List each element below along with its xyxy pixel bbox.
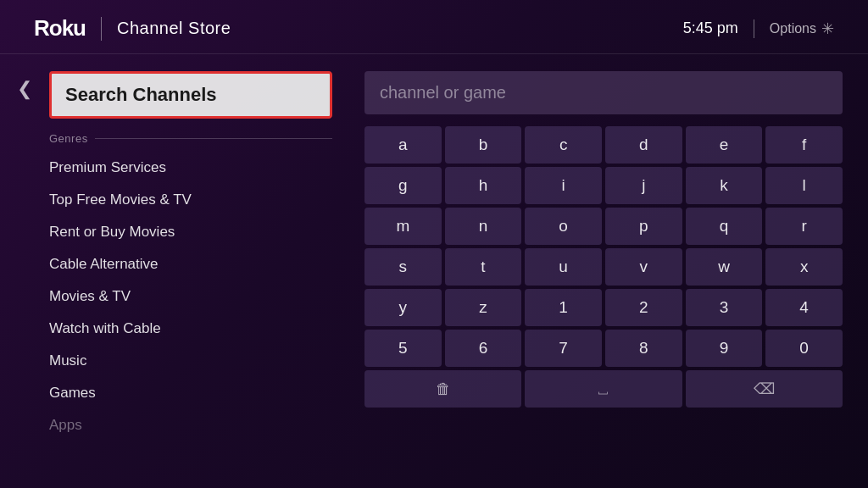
search-channels-box[interactable]: Search Channels	[49, 71, 332, 119]
key-4[interactable]: 4	[765, 289, 843, 326]
header-left: Roku Channel Store	[34, 15, 231, 42]
key-g[interactable]: g	[364, 167, 442, 204]
keyboard-grid: abcdefghijklmnopqrstuvwxyz1234567890🗑⎵⌫	[364, 126, 843, 408]
key-k[interactable]: k	[686, 167, 763, 204]
key-b[interactable]: b	[445, 126, 522, 164]
key-2[interactable]: 2	[605, 289, 682, 326]
key-m[interactable]: m	[364, 208, 442, 245]
key-8[interactable]: 8	[605, 330, 682, 367]
key-3[interactable]: 3	[686, 289, 763, 326]
delete-key[interactable]: 🗑	[364, 370, 521, 408]
menu-item[interactable]: Premium Services	[49, 152, 356, 184]
header-right: 5:45 pm Options ✳	[683, 19, 834, 38]
main-content: ❮ Search Channels Genres Premium Service…	[0, 54, 868, 487]
key-5[interactable]: 5	[364, 330, 442, 367]
key-x[interactable]: x	[765, 248, 843, 286]
key-c[interactable]: c	[525, 126, 602, 164]
key-y[interactable]: y	[364, 289, 442, 326]
key-n[interactable]: n	[445, 208, 522, 245]
key-q[interactable]: q	[686, 208, 763, 245]
header: Roku Channel Store 5:45 pm Options ✳	[0, 0, 868, 54]
menu-item[interactable]: Apps	[49, 409, 356, 441]
genres-menu-list: Premium ServicesTop Free Movies & TVRent…	[49, 152, 356, 441]
key-f[interactable]: f	[765, 126, 843, 164]
key-0[interactable]: 0	[765, 330, 843, 367]
channel-store-title: Channel Store	[117, 19, 231, 38]
menu-item[interactable]: Top Free Movies & TV	[49, 184, 356, 216]
key-s[interactable]: s	[364, 248, 442, 286]
key-a[interactable]: a	[364, 126, 442, 164]
menu-item[interactable]: Cable Alternative	[49, 248, 356, 280]
key-r[interactable]: r	[765, 208, 843, 245]
key-1[interactable]: 1	[525, 289, 602, 326]
backspace-key[interactable]: ⌫	[686, 370, 843, 408]
menu-item[interactable]: Rent or Buy Movies	[49, 216, 356, 248]
back-icon: ❮	[17, 78, 32, 99]
key-l[interactable]: l	[765, 167, 843, 204]
key-z[interactable]: z	[445, 289, 522, 326]
roku-logo: Roku	[34, 15, 86, 42]
key-7[interactable]: 7	[525, 330, 602, 367]
key-j[interactable]: j	[605, 167, 682, 204]
key-u[interactable]: u	[525, 248, 602, 286]
options-button[interactable]: Options ✳	[770, 19, 834, 38]
key-w[interactable]: w	[686, 248, 763, 286]
menu-item[interactable]: Music	[49, 345, 356, 377]
menu-item[interactable]: Watch with Cable	[49, 313, 356, 345]
key-6[interactable]: 6	[445, 330, 522, 367]
key-o[interactable]: o	[525, 208, 602, 245]
key-v[interactable]: v	[605, 248, 682, 286]
back-button[interactable]: ❮	[17, 78, 32, 100]
time-display: 5:45 pm	[683, 19, 738, 37]
key-e[interactable]: e	[686, 126, 763, 164]
key-t[interactable]: t	[445, 248, 522, 286]
keyboard-panel: channel or game abcdefghijklmnopqrstuvwx…	[356, 54, 868, 487]
menu-item[interactable]: Games	[49, 377, 356, 409]
space-key[interactable]: ⎵	[525, 370, 682, 408]
key-p[interactable]: p	[605, 208, 682, 245]
left-panel: ❮ Search Channels Genres Premium Service…	[0, 54, 356, 487]
search-channels-label: Search Channels	[65, 84, 217, 105]
options-label: Options	[770, 21, 816, 36]
search-input-display[interactable]: channel or game	[364, 71, 843, 114]
genres-label: Genres	[49, 132, 356, 145]
key-i[interactable]: i	[525, 167, 602, 204]
key-9[interactable]: 9	[686, 330, 763, 367]
key-h[interactable]: h	[445, 167, 522, 204]
menu-item[interactable]: Movies & TV	[49, 280, 356, 313]
key-d[interactable]: d	[605, 126, 682, 164]
header-divider	[101, 17, 102, 41]
options-icon: ✳	[821, 19, 834, 38]
header-right-divider	[754, 19, 754, 38]
